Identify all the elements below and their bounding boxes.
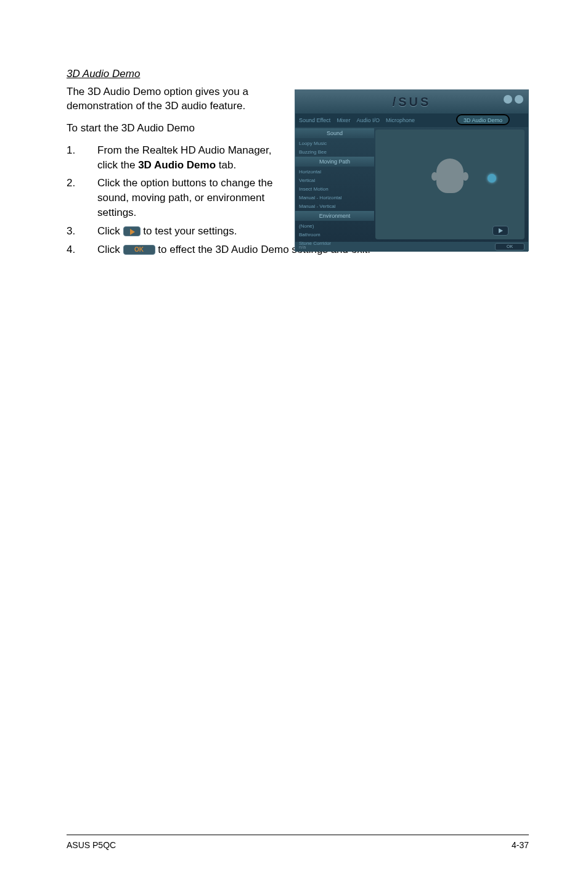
section-moving-header: Moving Path	[295, 157, 374, 167]
step-text: Click the option buttons to change the s…	[97, 177, 272, 218]
document-page: 3D Audio Demo The 3D Audio Demo option g…	[0, 0, 588, 887]
option-vertical[interactable]: Vertical	[295, 176, 374, 185]
play-button[interactable]	[492, 226, 508, 236]
options-panel: Sound Loopy Music Buzzing Bee Moving Pat…	[295, 127, 374, 242]
info-icon[interactable]	[504, 95, 512, 104]
step-number: 3.	[67, 224, 97, 239]
window-controls[interactable]	[504, 95, 523, 104]
section-sound-header: Sound	[295, 128, 374, 138]
option-loopy-music[interactable]: Loopy Music	[295, 139, 374, 148]
step-text-suffix: to test your settings.	[143, 225, 237, 237]
footer-status: n/a	[299, 244, 306, 250]
step-text-suffix: tab.	[216, 159, 236, 171]
option-stone-corridor[interactable]: Stone Corridor	[295, 239, 374, 248]
ok-icon: OK	[123, 245, 155, 255]
option-horizontal[interactable]: Horizontal	[295, 168, 374, 176]
footer-page-number: 4-37	[512, 840, 529, 850]
step-text: Click	[97, 244, 123, 255]
section-heading: 3D Audio Demo	[67, 68, 529, 80]
step-number: 4.	[67, 242, 97, 257]
app-titlebar: /SUS	[295, 90, 528, 113]
ok-button[interactable]: OK	[495, 243, 525, 250]
option-bathroom[interactable]: Bathroom	[295, 231, 374, 239]
option-insect-motion[interactable]: Insect Motion	[295, 185, 374, 194]
tab-bar: Sound Effect Mixer Audio I/O Microphone …	[295, 113, 528, 127]
step-body: Click the option buttons to change the s…	[97, 176, 276, 220]
listener-head-icon	[436, 159, 463, 193]
tab-microphone[interactable]: Microphone	[386, 117, 415, 123]
page-footer: ASUS P5QC 4-37	[67, 835, 529, 850]
option-manual-horizontal[interactable]: Manual - Horizontal	[295, 194, 374, 202]
brand-logo: /SUS	[393, 95, 431, 109]
step-body: From the Realtek HD Audio Manager, click…	[97, 143, 276, 173]
step-text: Click	[97, 225, 123, 237]
tab-3d-audio-demo[interactable]: 3D Audio Demo	[456, 114, 510, 125]
play-icon	[123, 226, 141, 236]
option-none[interactable]: (None)	[295, 222, 374, 231]
tab-audio-io[interactable]: Audio I/O	[356, 117, 380, 123]
tab-mixer[interactable]: Mixer	[337, 117, 350, 123]
tab-sound-effect[interactable]: Sound Effect	[299, 117, 330, 123]
option-manual-vertical[interactable]: Manual - Vertical	[295, 202, 374, 211]
close-icon[interactable]	[515, 95, 523, 104]
screenshot-panel: /SUS Sound Effect Mixer Audio I/O Microp…	[295, 89, 529, 251]
app-body: Sound Loopy Music Buzzing Bee Moving Pat…	[295, 127, 528, 242]
section-environment-header: Environment	[295, 211, 374, 221]
step-number: 1.	[67, 143, 97, 173]
sound-source-icon[interactable]	[488, 174, 496, 183]
option-buzzing-bee[interactable]: Buzzing Bee	[295, 148, 374, 157]
step-number: 2.	[67, 176, 97, 220]
footer-left: ASUS P5QC	[67, 840, 116, 850]
3d-visualization	[375, 130, 525, 239]
step-bold: 3D Audio Demo	[138, 159, 216, 171]
intro-paragraph: The 3D Audio Demo option gives you a dem…	[67, 85, 276, 113]
